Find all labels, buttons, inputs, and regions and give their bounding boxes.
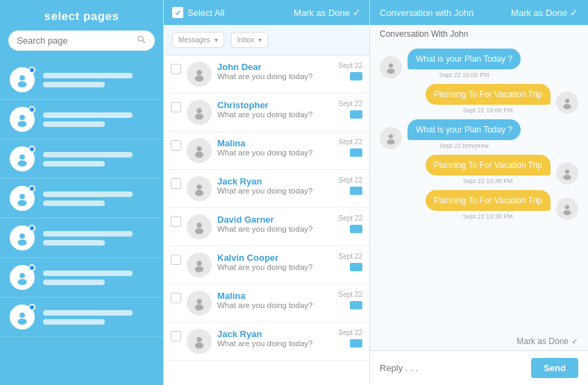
- message-list-item[interactable]: Malina What are you doing today? Sept 22: [164, 132, 369, 170]
- message-badge: [350, 263, 362, 271]
- page-info: [43, 231, 155, 246]
- message-meta: Sept 22: [339, 62, 362, 80]
- left-panel: select pages: [0, 0, 163, 385]
- message-name: David Garner: [217, 214, 333, 225]
- page-item[interactable]: [0, 219, 163, 258]
- message-list-item[interactable]: Jack Ryan What are you doing today? Sept…: [164, 323, 369, 361]
- pages-list: [0, 58, 163, 385]
- avatar-dot: [28, 67, 35, 74]
- message-preview: What are you doing today?: [217, 301, 333, 309]
- conversation-messages: What is your Plan Today ? Sept 22 10:00 …: [370, 40, 588, 332]
- message-checkbox[interactable]: [171, 331, 181, 341]
- avatar-wrap: [8, 66, 36, 94]
- page-line-short: [43, 319, 105, 325]
- bubble-time: Sept 22 10:08 PM: [426, 107, 551, 114]
- message-avatar: [187, 291, 212, 316]
- messages-filter[interactable]: Messages ▾: [172, 32, 224, 48]
- message-avatar: [187, 100, 212, 125]
- page-line-long: [43, 310, 133, 316]
- page-info: [43, 112, 155, 127]
- svg-point-24: [196, 223, 201, 228]
- message-checkbox[interactable]: [171, 178, 181, 189]
- search-input[interactable]: [17, 35, 137, 46]
- chevron-down-icon: ▾: [258, 36, 262, 44]
- message-bubble: Planning To For Vacation Trip: [426, 155, 551, 176]
- conv-avatar: [380, 127, 402, 149]
- svg-point-8: [19, 194, 25, 199]
- message-preview: What are you doing today?: [217, 339, 333, 348]
- message-checkbox[interactable]: [171, 102, 181, 112]
- svg-point-3: [17, 81, 26, 87]
- svg-point-30: [196, 337, 201, 342]
- conversation-message-row: Planning To For Vacation Trip Sept 22 10…: [380, 84, 578, 114]
- message-meta: Sept 22: [339, 329, 362, 348]
- svg-point-32: [389, 63, 393, 67]
- bubble-wrap: What is your Plan Today ? Sept 22 tomorr…: [408, 119, 521, 149]
- svg-point-12: [19, 273, 25, 278]
- message-checkbox[interactable]: [171, 64, 181, 74]
- message-date: Sept 22: [339, 138, 362, 146]
- search-box[interactable]: [8, 31, 155, 51]
- message-content: Malina What are you doing today?: [217, 138, 333, 157]
- message-list-item[interactable]: Jack Ryan What are you doing today? Sept…: [164, 170, 369, 208]
- message-avatar: [187, 253, 212, 277]
- reply-area: Send: [370, 350, 588, 385]
- message-list-item[interactable]: Malina What are you doing today? Sept 22: [164, 284, 369, 323]
- select-all-checkbox[interactable]: [172, 7, 183, 18]
- page-item[interactable]: [0, 179, 163, 219]
- message-meta: Sept 22: [339, 291, 362, 309]
- svg-point-15: [17, 318, 26, 325]
- message-date: Sept 22: [339, 176, 362, 184]
- mark-done-bottom[interactable]: Mark as Done ✓: [370, 332, 588, 350]
- page-item[interactable]: [0, 298, 163, 337]
- svg-point-9: [17, 200, 26, 206]
- conversation-title-header: Conversation with John: [380, 8, 473, 18]
- page-line-short: [43, 200, 105, 206]
- middle-panel: Select All Mark as Done ✓ Messages ▾ Inb…: [163, 0, 370, 385]
- message-checkbox[interactable]: [171, 216, 181, 227]
- reply-input[interactable]: [380, 363, 526, 373]
- bubble-wrap: Planning To For Vacation Trip Sept 22 10…: [426, 84, 551, 114]
- page-item[interactable]: [0, 100, 163, 139]
- svg-point-41: [563, 210, 571, 216]
- page-item[interactable]: [0, 139, 163, 179]
- message-list-item[interactable]: John Dear What are you doing today? Sept…: [164, 55, 369, 94]
- svg-point-39: [563, 175, 571, 180]
- conv-avatar: [380, 56, 402, 78]
- message-checkbox[interactable]: [171, 293, 181, 303]
- checkmark-icon: ✓: [570, 7, 578, 18]
- page-line-long: [43, 271, 133, 276]
- page-item[interactable]: [0, 258, 163, 298]
- bubble-time: Sept 22 tomorrow: [408, 142, 521, 149]
- page-item[interactable]: [0, 60, 163, 100]
- message-date: Sept 22: [339, 329, 362, 336]
- message-checkbox[interactable]: [171, 255, 181, 265]
- message-meta: Sept 22: [339, 253, 362, 271]
- message-badge: [350, 187, 362, 195]
- message-checkbox[interactable]: [171, 140, 181, 151]
- inbox-filter[interactable]: Inbox ▾: [231, 32, 268, 48]
- message-list-item[interactable]: Kalvin Cooper What are you doing today? …: [164, 246, 369, 284]
- page-info: [43, 191, 155, 206]
- svg-point-2: [19, 75, 25, 80]
- message-list-item[interactable]: Christopher What are you doing today? Se…: [164, 94, 369, 132]
- select-all-wrap[interactable]: Select All: [172, 7, 224, 18]
- svg-point-19: [195, 114, 203, 120]
- message-list-item[interactable]: David Garner What are you doing today? S…: [164, 208, 369, 246]
- avatar-dot: [28, 146, 35, 153]
- message-name: Malina: [217, 291, 333, 301]
- message-meta: Sept 22: [339, 100, 362, 119]
- svg-point-35: [563, 104, 571, 110]
- bubble-wrap: What is your Plan Today ? Sept 22 10:00 …: [408, 49, 521, 78]
- svg-point-38: [565, 169, 569, 173]
- message-avatar: [187, 329, 212, 354]
- bubble-time: Sept 22 10:38 PM: [426, 213, 551, 220]
- send-button[interactable]: Send: [531, 358, 578, 378]
- svg-point-26: [196, 261, 201, 266]
- right-mark-done-button[interactable]: Mark as Done ✓: [511, 7, 578, 18]
- page-line-short: [43, 82, 105, 87]
- right-panel: Conversation with John Mark as Done ✓ Co…: [370, 0, 588, 385]
- middle-mark-done-button[interactable]: Mark as Done ✓: [294, 7, 361, 18]
- message-bubble: Planning To For Vacation Trip: [426, 190, 551, 211]
- page-line-long: [43, 191, 133, 197]
